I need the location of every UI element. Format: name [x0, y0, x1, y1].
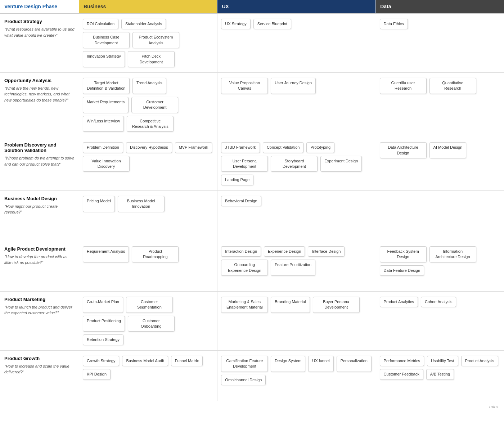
ux-card: Storyboard Development	[271, 156, 318, 172]
business-card: Product Positioning	[83, 316, 125, 332]
ux-col-business-model-design: Behavioral Design	[217, 191, 376, 241]
ux-card: Concept Validation	[263, 142, 304, 153]
data-card: Feedback System Design	[380, 246, 427, 262]
phase-column-header: Venture Design Phase	[0, 0, 79, 13]
phase-label-opportunity-analysis: Opportunity Analysis"What are the new tr…	[0, 73, 79, 137]
business-card: Growth Strategy	[83, 356, 119, 366]
business-card: Win/Loss Interview	[83, 116, 124, 132]
ux-card: User Persona Development	[221, 156, 268, 172]
ux-card: Value Proposition Canvas	[221, 78, 268, 94]
data-card: Usability Test	[427, 356, 458, 366]
ux-card: Experiment Design	[320, 156, 362, 172]
data-card: Data Architecture Design	[380, 142, 427, 158]
business-card: Customer Onboarding	[128, 316, 175, 332]
ux-card: Interaction Design	[221, 246, 261, 257]
business-card: Competitive Research & Analysis	[127, 116, 174, 132]
ux-card: Experience Design	[264, 246, 305, 257]
data-card: Data Feature Design	[380, 265, 424, 276]
business-card: Funnel Matrix	[171, 356, 203, 366]
business-card: Customer Segmentation	[126, 297, 173, 313]
business-card: Pitch Deck Development	[128, 51, 175, 67]
ux-card: Interface Design	[308, 246, 345, 257]
business-col-product-growth: Growth StrategyBusiness Model AuditFunne…	[79, 351, 217, 401]
data-col-problem-discovery: Data Architecture DesignAI Model Design	[376, 137, 504, 190]
phase-title-product-growth: Product Growth	[4, 356, 75, 361]
business-card: Go-to-Market Plan	[83, 297, 123, 313]
phase-desc-agile-product-development: "How to develop the product with as litt…	[4, 254, 75, 266]
phase-label-agile-product-development: Agile Product Development"How to develop…	[0, 241, 79, 291]
data-col-product-marketing: Product AnalyticsCohort Analysis	[376, 292, 504, 350]
ux-card: Onboarding Experience Design	[221, 260, 268, 276]
business-card: Requirement Analysis	[83, 246, 129, 262]
business-card: Market Requirements	[83, 97, 129, 113]
phase-title-agile-product-development: Agile Product Development	[4, 246, 75, 252]
ux-card: Marketing & Sales Enablement Material	[221, 297, 268, 313]
ux-card: Buyer Persona Development	[313, 297, 360, 313]
data-card: Product Analytics	[380, 297, 418, 307]
ux-card: Gamification Feature Development	[221, 356, 268, 372]
phase-row-opportunity-analysis: Opportunity Analysis"What are the new tr…	[0, 73, 504, 137]
data-card: A/B Testing	[426, 369, 454, 379]
business-card: Value Innovation Discovery	[83, 156, 130, 172]
data-card: Customer Feedback	[380, 369, 423, 379]
business-card: Pricing Model	[83, 196, 115, 212]
phase-row-business-model-design: Business Model Design"How might our prod…	[0, 191, 504, 241]
business-col-product-strategy: ROI CalculationStakeholder AnalysisBusin…	[79, 14, 217, 72]
data-card: Cohort Analysis	[421, 297, 456, 307]
data-card: Guerrilla user Research	[380, 78, 427, 94]
business-card: Retention Strategy	[83, 334, 123, 345]
data-card: Performance Metrics	[380, 356, 424, 366]
business-card: Product Roadmapping	[132, 246, 179, 262]
ux-card: Landing Page	[221, 175, 253, 185]
data-col-product-strategy: Data Ethics	[376, 14, 504, 72]
ux-col-product-marketing: Marketing & Sales Enablement MaterialBra…	[217, 292, 376, 350]
business-col-opportunity-analysis: Target Market Definition & ValidationTre…	[79, 73, 217, 137]
phase-label-product-marketing: Product Marketing"How to launch the prod…	[0, 292, 79, 350]
data-card: Product Analysis	[461, 356, 498, 366]
data-card: Data Ethics	[380, 19, 408, 29]
phase-label-problem-discovery: Problem Discovery and Solution Validatio…	[0, 137, 79, 190]
business-card: Stakeholder Analysis	[121, 19, 166, 29]
ux-card: JTBD Framework	[221, 142, 260, 153]
miro-watermark: miro	[0, 401, 504, 412]
phase-desc-opportunity-analysis: "What are the new trends, new technologi…	[4, 85, 75, 103]
phase-row-problem-discovery: Problem Discovery and Solution Validatio…	[0, 137, 504, 191]
data-col-agile-product-development: Feedback System DesignInformation Archit…	[376, 241, 504, 291]
business-card: Discovery Hypothesis	[126, 142, 172, 153]
phase-desc-product-growth: "How to increase and scale the value del…	[4, 363, 75, 375]
phase-title-business-model-design: Business Model Design	[4, 196, 75, 201]
phase-row-product-strategy: Product Strategy"What resources are avai…	[0, 14, 504, 73]
ux-card: Prototyping	[306, 142, 334, 153]
phase-desc-product-strategy: "What resources are available to us and …	[4, 26, 75, 38]
business-col-business-model-design: Pricing ModelBusiness Model Innovation	[79, 191, 217, 241]
business-card: Trend Analysis	[132, 78, 166, 94]
data-col-product-growth: Performance MetricsUsability TestProduct…	[376, 351, 504, 401]
phase-label-product-growth: Product Growth"How to increase and scale…	[0, 351, 79, 401]
data-col-opportunity-analysis: Guerrilla user ResearchQuantitative Rese…	[376, 73, 504, 137]
phase-title-product-strategy: Product Strategy	[4, 19, 75, 24]
ux-card: Service Blueprint	[253, 19, 291, 29]
business-card: Problem Definition	[83, 142, 123, 153]
phase-row-product-growth: Product Growth"How to increase and scale…	[0, 351, 504, 401]
business-card: MVP Framework	[175, 142, 212, 153]
business-card: Customer Development	[131, 97, 178, 113]
ux-card: UX funnel	[308, 356, 333, 372]
phase-row-agile-product-development: Agile Product Development"How to develop…	[0, 241, 504, 292]
ux-col-product-strategy: UX StrategyService Blueprint	[217, 14, 376, 72]
phase-title-problem-discovery: Problem Discovery and Solution Validatio…	[4, 142, 75, 153]
phase-desc-business-model-design: "How might our product create revenue?"	[4, 203, 75, 215]
phase-label-business-model-design: Business Model Design"How might our prod…	[0, 191, 79, 241]
phase-title-product-marketing: Product Marketing	[4, 297, 75, 302]
ux-card: User Journey Design	[271, 78, 316, 94]
business-card: Innovation Strategy	[83, 51, 125, 67]
business-card: Business Model Audit	[122, 356, 168, 366]
ux-col-opportunity-analysis: Value Proposition CanvasUser Journey Des…	[217, 73, 376, 137]
ux-card: UX Strategy	[221, 19, 250, 29]
ux-col-product-growth: Gamification Feature DevelopmentDesign S…	[217, 351, 376, 401]
ux-col-problem-discovery: JTBD FrameworkConcept ValidationPrototyp…	[217, 137, 376, 190]
business-card: Business Case Development	[83, 32, 130, 48]
phase-desc-product-marketing: "How to launch the product and deliver t…	[4, 304, 75, 316]
data-col-business-model-design	[376, 191, 504, 241]
data-card: AI Model Design	[429, 142, 467, 158]
business-card: Target Market Definition & Validation	[83, 78, 130, 94]
